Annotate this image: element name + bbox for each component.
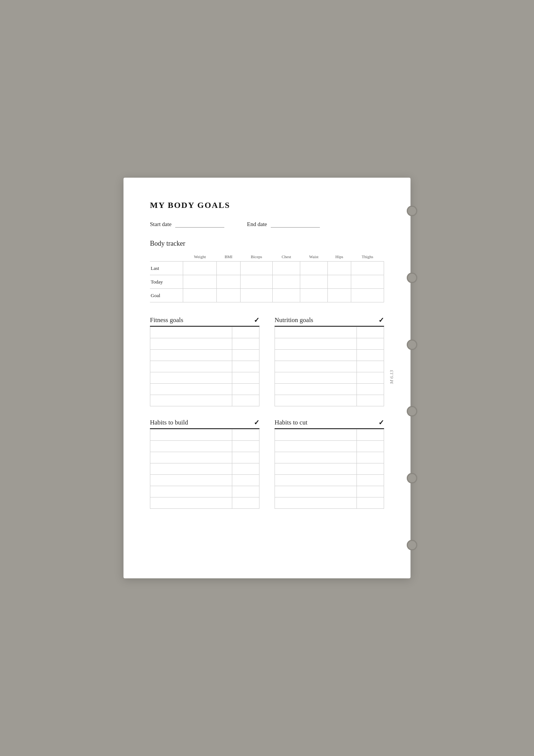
habits-build-section: Habits to build ✓: [150, 418, 259, 509]
ring-holes: [407, 178, 417, 578]
cell-today-bmi[interactable]: [217, 275, 240, 289]
habits-cut-row-3: [275, 452, 384, 463]
habits-build-row-3: [150, 452, 259, 463]
habits-cut-row-4: [275, 463, 384, 475]
nutrition-row-4: [275, 361, 384, 372]
tracker-row-goal: Goal: [150, 289, 384, 302]
habits-cut-checkmark: ✓: [378, 418, 384, 427]
cell-today-biceps[interactable]: [240, 275, 272, 289]
fitness-goals-header: Fitness goals ✓: [150, 316, 259, 327]
fitness-goals-title: Fitness goals: [150, 316, 183, 324]
cell-goal-waist[interactable]: [300, 289, 327, 302]
col-header-chest: Chest: [273, 253, 300, 262]
fitness-row-7: [150, 395, 259, 406]
habits-build-row-6: [150, 486, 259, 497]
row-label-goal: Goal: [150, 289, 183, 302]
habits-cut-header: Habits to cut ✓: [275, 418, 384, 429]
col-header-hips: Hips: [327, 253, 351, 262]
col-header-bmi: BMI: [217, 253, 240, 262]
nutrition-row-2: [275, 338, 384, 350]
col-header-waist: Waist: [300, 253, 327, 262]
ring-3: [407, 339, 417, 350]
ring-5: [407, 473, 417, 483]
start-date-label: Start date: [150, 221, 171, 228]
habits-build-row-4: [150, 463, 259, 475]
row-label-today: Today: [150, 275, 183, 289]
cell-last-thighs[interactable]: [351, 262, 384, 275]
nutrition-goals-checkmark: ✓: [378, 316, 384, 324]
fitness-row-3: [150, 350, 259, 361]
cell-last-bmi[interactable]: [217, 262, 240, 275]
cell-today-hips[interactable]: [327, 275, 351, 289]
ring-4: [407, 406, 417, 417]
tracker-row-last: Last: [150, 262, 384, 275]
end-date-label: End date: [247, 221, 267, 228]
habits-build-row-2: [150, 441, 259, 452]
cell-goal-hips[interactable]: [327, 289, 351, 302]
cell-today-chest[interactable]: [273, 275, 300, 289]
body-tracker-section: Body tracker Weight BMI Biceps Chest Wai…: [150, 240, 384, 302]
page-title: MY BODY GOALS: [150, 200, 384, 210]
fitness-row-1: [150, 327, 259, 338]
end-date-field: End date: [247, 221, 320, 228]
fitness-goals-section: Fitness goals ✓: [150, 316, 259, 406]
col-header-biceps: Biceps: [240, 253, 272, 262]
cell-goal-thighs[interactable]: [351, 289, 384, 302]
ring-2: [407, 273, 417, 283]
cell-goal-biceps[interactable]: [240, 289, 272, 302]
fitness-goals-table: [150, 327, 259, 406]
habits-cut-title: Habits to cut: [275, 419, 307, 426]
nutrition-row-5: [275, 372, 384, 384]
cell-today-thighs[interactable]: [351, 275, 384, 289]
cell-today-waist[interactable]: [300, 275, 327, 289]
nutrition-goals-section: Nutrition goals ✓: [275, 316, 384, 406]
habits-cut-row-1: [275, 429, 384, 441]
body-tracker-title: Body tracker: [150, 240, 384, 248]
habits-build-row-5: [150, 475, 259, 486]
fitness-row-5: [150, 372, 259, 384]
cell-last-biceps[interactable]: [240, 262, 272, 275]
habits-row: Habits to build ✓ Habits to cut ✓: [150, 418, 384, 509]
end-date-input[interactable]: [271, 221, 320, 228]
habits-build-header: Habits to build ✓: [150, 418, 259, 429]
ring-1: [407, 206, 417, 216]
nutrition-goals-table: [275, 327, 384, 406]
fitness-row-6: [150, 384, 259, 395]
cell-last-waist[interactable]: [300, 262, 327, 275]
nutrition-row-7: [275, 395, 384, 406]
date-row: Start date End date: [150, 221, 384, 228]
body-tracker-table: Weight BMI Biceps Chest Waist Hips Thigh…: [150, 253, 384, 302]
ring-6: [407, 540, 417, 550]
col-header-empty: [150, 253, 183, 262]
habits-cut-table: [275, 429, 384, 509]
cell-last-weight[interactable]: [183, 262, 217, 275]
cell-goal-bmi[interactable]: [217, 289, 240, 302]
cell-today-weight[interactable]: [183, 275, 217, 289]
col-header-thighs: Thighs: [351, 253, 384, 262]
habits-cut-row-2: [275, 441, 384, 452]
goals-row-fitness-nutrition: Fitness goals ✓ Nutrition goals ✓: [150, 316, 384, 406]
habits-cut-row-6: [275, 486, 384, 497]
col-header-weight: Weight: [183, 253, 217, 262]
watermark: M 6.13: [389, 370, 395, 384]
cell-goal-weight[interactable]: [183, 289, 217, 302]
habits-cut-row-7: [275, 497, 384, 509]
nutrition-goals-title: Nutrition goals: [275, 316, 313, 324]
row-label-last: Last: [150, 262, 183, 275]
cell-last-hips[interactable]: [327, 262, 351, 275]
fitness-goals-checkmark: ✓: [254, 316, 259, 324]
fitness-row-2: [150, 338, 259, 350]
habits-cut-row-5: [275, 475, 384, 486]
cell-goal-chest[interactable]: [273, 289, 300, 302]
habits-build-row-1: [150, 429, 259, 441]
page: M 6.13 MY BODY GOALS Start date End date…: [123, 178, 411, 578]
habits-build-table: [150, 429, 259, 509]
habits-build-checkmark: ✓: [254, 418, 259, 427]
habits-build-row-7: [150, 497, 259, 509]
habits-cut-section: Habits to cut ✓: [275, 418, 384, 509]
cell-last-chest[interactable]: [273, 262, 300, 275]
start-date-input[interactable]: [175, 221, 224, 228]
nutrition-row-1: [275, 327, 384, 338]
fitness-row-4: [150, 361, 259, 372]
start-date-field: Start date: [150, 221, 224, 228]
